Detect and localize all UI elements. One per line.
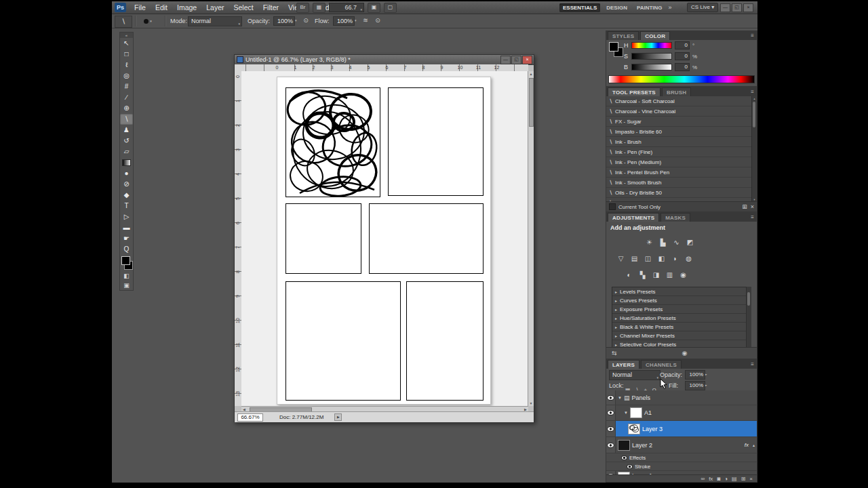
- toolbar-collapse-button[interactable]: «: [120, 33, 133, 38]
- new-layer-icon[interactable]: ⊞: [741, 476, 746, 482]
- arrange-documents-icon[interactable]: ▣: [368, 3, 380, 13]
- lasso-tool[interactable]: ℓ: [120, 60, 133, 70]
- doc-restore-button[interactable]: ◱: [511, 56, 521, 64]
- screen-mode-icon[interactable]: ▢: [384, 3, 397, 13]
- tab-adjustments[interactable]: ADJUSTMENTS: [608, 213, 659, 222]
- exposure-icon[interactable]: ◩: [685, 238, 695, 247]
- hue-slider[interactable]: [631, 42, 672, 49]
- layer-style-icon[interactable]: fx: [709, 476, 713, 482]
- eye-icon[interactable]: [621, 455, 627, 460]
- rectangular-marquee-tool[interactable]: □: [120, 49, 133, 60]
- panel-menu-icon[interactable]: ≡: [748, 213, 757, 222]
- new-preset-icon[interactable]: ⊞: [742, 203, 747, 210]
- pen-tool[interactable]: ◆: [120, 190, 133, 201]
- expand-triangle-icon[interactable]: ▼: [624, 411, 628, 415]
- fill-slider-arrow[interactable]: ▸: [705, 383, 707, 387]
- document-title-bar[interactable]: Untitled-1 @ 66.7% (Layer 3, RGB/8) * — …: [235, 55, 534, 65]
- menu-select[interactable]: Select: [229, 1, 258, 14]
- layer-fill-field[interactable]: 100%: [685, 381, 705, 390]
- hue-value-field[interactable]: 0: [675, 41, 690, 49]
- tool-preset-item[interactable]: ∖ Ink - Brush: [606, 137, 757, 147]
- curves-presets[interactable]: ▸ Curves Presets: [612, 296, 747, 305]
- channel-mixer-presets[interactable]: ▸ Channel Mixer Presets: [612, 331, 747, 340]
- pressure-opacity-icon[interactable]: ⊙: [300, 16, 311, 25]
- color-spectrum-ramp[interactable]: [608, 75, 755, 83]
- visibility-toggle[interactable]: [606, 421, 616, 436]
- hand-tool[interactable]: ☛: [120, 233, 133, 244]
- eyedropper-tool[interactable]: ∕: [120, 92, 133, 103]
- visibility-toggle[interactable]: [606, 405, 616, 420]
- scrollbar-thumb[interactable]: [747, 292, 750, 306]
- close-button[interactable]: ×: [743, 3, 753, 12]
- black-white-icon[interactable]: ◧: [656, 254, 667, 263]
- doc-minimize-button[interactable]: —: [500, 56, 511, 64]
- doc-close-button[interactable]: ×: [522, 56, 532, 64]
- spot-healing-brush-tool[interactable]: ⊕: [120, 103, 133, 114]
- tool-preset-item[interactable]: ∖ Charcoal - Soft Charcoal: [606, 96, 757, 106]
- expand-arrow-icon[interactable]: ▸: [615, 325, 617, 329]
- tool-preset-item[interactable]: ∖ Ink - Smooth Brush: [606, 178, 757, 188]
- current-tool-only-checkbox[interactable]: [609, 203, 616, 210]
- foreground-color-swatch[interactable]: [121, 256, 130, 265]
- flow-field[interactable]: 100%: [333, 16, 355, 26]
- comic-panel-4[interactable]: [369, 203, 484, 274]
- levels-presets[interactable]: ▸ Levels Presets: [612, 287, 747, 296]
- canvas-area[interactable]: [241, 71, 528, 406]
- scroll-up-icon[interactable]: ▲: [752, 97, 757, 100]
- expand-arrow-icon[interactable]: ▸: [615, 342, 617, 347]
- pressure-size-icon[interactable]: ⊙: [372, 16, 383, 25]
- workspace-painting[interactable]: PAINTING: [633, 3, 666, 12]
- layer-row-selected[interactable]: Layer 3: [606, 421, 757, 437]
- path-selection-tool[interactable]: ▷: [120, 211, 133, 222]
- new-adjustment-layer-icon[interactable]: ◑: [724, 476, 728, 482]
- flow-slider-arrow[interactable]: ▾: [355, 18, 357, 22]
- tool-preset-item[interactable]: ∖ FX - Sugar: [606, 117, 757, 127]
- effect-item-row[interactable]: Stroke: [606, 462, 757, 471]
- expand-arrow-icon[interactable]: ▸: [615, 307, 617, 312]
- opacity-slider-arrow[interactable]: ▸: [705, 372, 707, 376]
- tool-preset-item[interactable]: ∖ Oils - Dry Bristle 50: [606, 188, 757, 198]
- brush-preset-picker[interactable]: ▾: [139, 16, 157, 26]
- visibility-toggle[interactable]: [606, 390, 616, 405]
- tab-styles[interactable]: STYLES: [608, 31, 639, 40]
- layer-thumbnail[interactable]: [628, 424, 640, 434]
- delete-layer-icon[interactable]: ×: [749, 476, 753, 482]
- document-page[interactable]: [277, 77, 491, 405]
- preset-scrollbar[interactable]: ▲ ▼: [751, 96, 757, 202]
- panel-menu-icon[interactable]: ≡: [748, 87, 757, 96]
- tab-brush[interactable]: BRUSH: [662, 87, 691, 96]
- tool-preset-picker[interactable]: ∖: [115, 16, 132, 28]
- layer-fx-badge[interactable]: fx: [745, 442, 749, 448]
- layer-row[interactable]: Layer 2 fx ▴: [606, 437, 757, 453]
- scrollbar-thumb[interactable]: [753, 102, 755, 127]
- link-layers-icon[interactable]: ∞: [701, 476, 705, 482]
- switch-panel-icon[interactable]: ⇆: [612, 350, 617, 357]
- foreground-color-swatch[interactable]: [609, 42, 618, 52]
- zoom-level-field[interactable]: 66.7▾: [329, 3, 364, 12]
- curves-icon[interactable]: ∿: [671, 238, 682, 247]
- comic-panel-5[interactable]: [285, 281, 401, 401]
- tab-layers[interactable]: LAYERS: [608, 360, 639, 369]
- tab-tool-presets[interactable]: TOOL PRESETS: [608, 87, 660, 96]
- visibility-toggle[interactable]: [606, 437, 616, 453]
- brush-tool[interactable]: ∖: [120, 114, 133, 125]
- comic-panel-2[interactable]: [388, 87, 484, 196]
- opacity-field[interactable]: 100%: [273, 16, 295, 26]
- expand-arrow-icon[interactable]: ▸: [615, 289, 617, 294]
- opacity-slider-arrow[interactable]: ▾: [295, 18, 297, 22]
- channel-mixer-icon[interactable]: ◍: [684, 254, 694, 263]
- quick-mask-button[interactable]: ◧: [120, 271, 133, 281]
- comic-panel-1[interactable]: [285, 87, 380, 197]
- status-zoom-field[interactable]: 66.67%: [237, 413, 263, 422]
- zoom-tool[interactable]: Q: [120, 244, 133, 255]
- tab-channels[interactable]: CHANNELS: [641, 360, 682, 369]
- scroll-down-icon[interactable]: ▼: [528, 401, 534, 406]
- rectangle-tool[interactable]: ▬: [120, 222, 133, 233]
- hue-saturation-presets[interactable]: ▸ Hue/Saturation Presets: [612, 314, 747, 323]
- layer-row[interactable]: ▼ A1: [606, 405, 757, 421]
- restore-button[interactable]: ◱: [732, 3, 742, 12]
- screen-mode-button[interactable]: ▣: [120, 281, 133, 290]
- vibrance-icon[interactable]: ▽: [616, 254, 626, 263]
- tool-preset-item[interactable]: ∖ Ink - Pentel Brush Pen: [606, 167, 757, 178]
- menu-file[interactable]: File: [130, 1, 151, 14]
